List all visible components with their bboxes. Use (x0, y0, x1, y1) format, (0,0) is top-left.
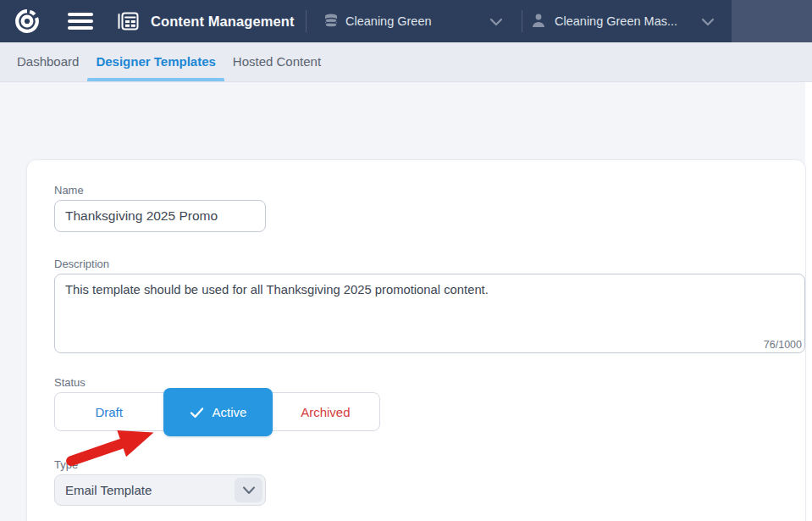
active-tab-underline (87, 78, 224, 81)
menu-hamburger-icon[interactable] (68, 13, 93, 30)
topbar-right-section (732, 0, 812, 42)
tab-designer-templates-label: Designer Templates (96, 54, 215, 69)
description-label: Description (54, 258, 109, 270)
tab-hosted-content[interactable]: Hosted Content (224, 42, 329, 81)
status-option-draft[interactable]: Draft (55, 393, 163, 430)
scrollbar-track[interactable] (805, 82, 812, 521)
tab-dashboard-label: Dashboard (17, 54, 79, 69)
chevron-down-icon (242, 486, 256, 495)
topbar: Content Management Cleaning Green Cleani… (0, 0, 812, 42)
tab-dashboard[interactable]: Dashboard (8, 42, 87, 81)
workspace-chevron-down-icon[interactable] (489, 18, 503, 26)
user-icon (531, 13, 546, 29)
status-option-active-selected[interactable]: Active (163, 388, 273, 436)
app-title: Content Management (151, 0, 295, 42)
type-select-chevron-box[interactable] (235, 478, 262, 502)
tab-bar: Dashboard Designer Templates Hosted Cont… (0, 42, 812, 82)
status-draft-label: Draft (95, 405, 123, 419)
type-label: Type (54, 458, 78, 471)
page-background: Name Description This template should be… (0, 82, 812, 521)
status-label: Status (54, 376, 86, 389)
type-select[interactable]: Email Template (54, 474, 266, 506)
workspace-selector-label[interactable]: Cleaning Green (345, 0, 432, 42)
name-label: Name (54, 184, 84, 197)
app-logo-icon[interactable] (13, 7, 41, 36)
tab-hosted-content-label: Hosted Content (233, 54, 321, 69)
checkmark-icon (190, 407, 204, 418)
status-active-label: Active (213, 405, 247, 419)
user-chevron-down-icon[interactable] (701, 18, 715, 26)
database-icon (323, 13, 340, 30)
status-archived-label: Archived (301, 405, 350, 419)
status-option-archived[interactable]: Archived (271, 393, 379, 430)
template-settings-card: Name Description This template should be… (26, 159, 806, 521)
description-textarea[interactable]: This template should be used for all Tha… (54, 274, 805, 353)
character-counter: 76/1000 (747, 339, 802, 351)
type-select-value: Email Template (55, 483, 235, 497)
content-management-icon (117, 10, 140, 33)
topbar-divider (522, 10, 522, 32)
name-input[interactable] (54, 200, 266, 232)
tab-designer-templates[interactable]: Designer Templates (87, 42, 224, 81)
status-segmented-control: Draft Archived Active (54, 392, 380, 431)
user-selector-label[interactable]: Cleaning Green Mas... (555, 0, 677, 42)
topbar-divider (306, 10, 307, 32)
